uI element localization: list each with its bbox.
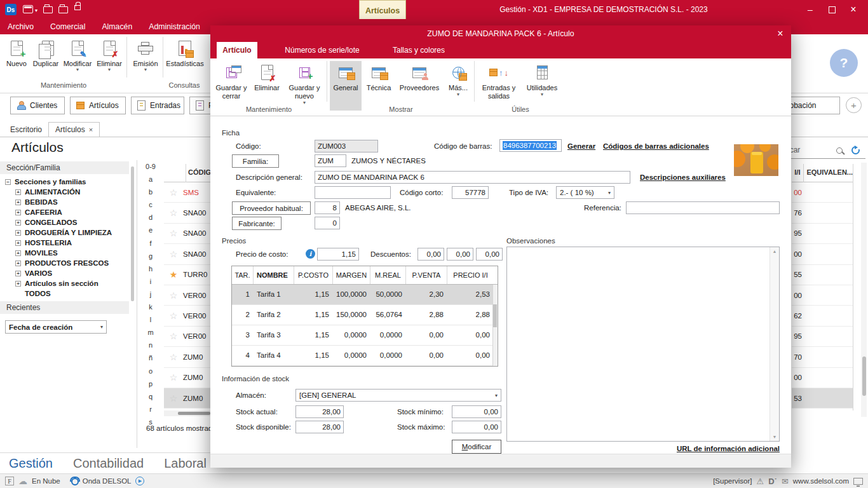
add-quick-button-icon[interactable]: [846, 97, 862, 113]
tree-item-cafeeria[interactable]: CAFEERIA: [5, 207, 130, 217]
tab-escritorio[interactable]: Escritorio: [4, 122, 48, 137]
dialog-eliminar-button[interactable]: Eliminar: [251, 61, 283, 92]
descripcion-field[interactable]: ZUMO DE MANDARINA PACK 6: [315, 171, 630, 184]
calendar-dropdown-icon[interactable]: ▾: [35, 8, 37, 13]
descuento-2-field[interactable]: 0,00: [447, 248, 473, 261]
alpha-item[interactable]: k: [149, 303, 153, 316]
equivalente-field[interactable]: [315, 186, 391, 199]
search-icon[interactable]: [836, 147, 843, 154]
familia-button[interactable]: Familia:: [232, 154, 279, 168]
warning-icon[interactable]: [757, 477, 764, 486]
star-icon[interactable]: [164, 249, 183, 259]
star-icon[interactable]: [164, 228, 183, 238]
expand-icon[interactable]: [15, 261, 21, 266]
dialog-tab-tallas-colores[interactable]: Tallas y colores: [381, 42, 457, 58]
tree-scrollbar[interactable]: [131, 166, 134, 301]
list-item[interactable]: 55: [792, 265, 853, 285]
star-icon[interactable]: [164, 393, 183, 403]
table-row[interactable]: 2 Tarifa 2 1,15 150,0000 56,0764 2,88 2,…: [232, 305, 498, 325]
star-icon[interactable]: [164, 269, 183, 280]
alpha-item[interactable]: b: [149, 188, 153, 201]
modificar-dropdown-icon[interactable]: [76, 67, 79, 72]
proveedor-habitual-button[interactable]: Proveedor habitual:: [232, 201, 311, 215]
table-row[interactable]: 3 Tarifa 3 1,15 0,0000 0,0000 0,00 0,00: [232, 325, 498, 346]
expand-icon[interactable]: [15, 189, 21, 195]
menu-comercial[interactable]: Comercial: [50, 22, 85, 31]
expand-icon[interactable]: [15, 250, 21, 256]
tab-articulos[interactable]: Artículos: [48, 122, 100, 137]
list-item[interactable]: 00: [792, 368, 853, 388]
list-item[interactable]: ZUM0: [164, 368, 210, 388]
expand-icon[interactable]: [15, 200, 21, 205]
delsol-logo-icon[interactable]: [5, 4, 17, 15]
tecnica-button[interactable]: Técnica: [363, 61, 395, 92]
tab-close-icon[interactable]: [89, 126, 93, 133]
table-scrollbar[interactable]: [492, 285, 498, 366]
precio-ii-header[interactable]: I/I: [792, 168, 800, 176]
list-item[interactable]: VER00: [164, 327, 210, 347]
star-icon[interactable]: [164, 311, 183, 321]
equivalente-header[interactable]: EQUIVALEN...: [806, 168, 853, 176]
expand-icon[interactable]: [15, 220, 21, 226]
entradas-salidas-button[interactable]: Entradas y salidas: [478, 61, 519, 100]
expand-icon[interactable]: [15, 230, 21, 236]
descuento-3-field[interactable]: 0,00: [476, 248, 503, 261]
envelope-icon[interactable]: [782, 477, 789, 486]
facebook-icon[interactable]: [5, 477, 14, 485]
stock-minimo-field[interactable]: 0,00: [452, 405, 501, 418]
mas-dropdown-icon[interactable]: [457, 92, 459, 97]
general-button[interactable]: General: [330, 61, 362, 111]
list-item[interactable]: SMS: [164, 182, 210, 203]
onda-delsol-label[interactable]: Onda DELSOL: [83, 477, 132, 485]
list-item[interactable]: ZUM0: [164, 347, 210, 367]
orden-dropdown[interactable]: Fecha de creación: [5, 320, 107, 334]
descripciones-auxiliares-link[interactable]: Descripciones auxiliares: [640, 173, 726, 181]
monitor-icon[interactable]: [853, 478, 863, 485]
tree-item-congelados[interactable]: CONGELADOS: [5, 217, 130, 227]
codigo-corto-field[interactable]: 57778: [452, 186, 489, 199]
minimize-button[interactable]: [802, 3, 818, 17]
list-item[interactable]: SNA00: [164, 224, 210, 244]
tree-item-todos[interactable]: TODOS: [5, 288, 130, 299]
textarea-scrollbar[interactable]: ▲▼: [770, 247, 779, 441]
codigo-field[interactable]: ZUM003: [315, 140, 378, 152]
alpha-item[interactable]: q: [149, 393, 153, 405]
menu-administracion[interactable]: Administración: [149, 22, 200, 31]
tree-item-drogueria[interactable]: DROGUERÍA Y LIMPIEZA: [5, 227, 130, 238]
expand-icon[interactable]: [15, 210, 21, 215]
precio-costo-field[interactable]: 1,15: [317, 248, 359, 261]
menu-archivo[interactable]: Archivo: [8, 22, 34, 31]
codigo-barras-field[interactable]: 8496387700213: [499, 139, 562, 152]
stock-disponible-field[interactable]: 28,00: [295, 421, 344, 433]
list-item[interactable]: VER00: [164, 306, 210, 326]
tipo-iva-select[interactable]: 2.- ( 10 %): [556, 186, 614, 199]
list-header-codigo[interactable]: CÓDIGO: [164, 163, 210, 182]
utilidades-dropdown-icon[interactable]: [541, 92, 543, 97]
star-icon[interactable]: [164, 290, 183, 301]
duplicar-button[interactable]: Duplicar: [31, 37, 61, 67]
expand-icon[interactable]: [15, 271, 21, 276]
list-item[interactable]: SNA00: [164, 203, 210, 223]
alpha-item[interactable]: e: [149, 226, 153, 239]
maximize-button[interactable]: [824, 3, 840, 17]
alpha-item[interactable]: 0-9: [146, 163, 156, 175]
emision-dropdown-icon[interactable]: [144, 67, 147, 72]
alpha-item[interactable]: r: [149, 405, 152, 418]
list-item[interactable]: TURR0: [164, 265, 210, 285]
list-item[interactable]: 00: [792, 244, 853, 264]
folder-back-icon[interactable]: [43, 5, 53, 13]
calendar-icon[interactable]: [23, 5, 33, 13]
fabricante-button[interactable]: Fabricante:: [232, 217, 281, 230]
en-nube-label[interactable]: En Nube: [32, 477, 60, 485]
url-informacion-adicional-link[interactable]: URL de información adicional: [630, 445, 780, 452]
alpha-item[interactable]: o: [149, 367, 153, 380]
utilidades-button[interactable]: Utilidades: [522, 61, 562, 97]
list-item-selected[interactable]: 53: [792, 388, 853, 409]
scroll-down-icon[interactable]: ▼: [773, 435, 777, 439]
alpha-item[interactable]: g: [149, 252, 153, 265]
list-item[interactable]: 70: [792, 347, 853, 367]
alpha-item[interactable]: m: [147, 329, 153, 341]
modificar-button[interactable]: Modificar: [61, 37, 94, 72]
list-item[interactable]: 00: [792, 182, 853, 203]
list-item[interactable]: 76: [792, 203, 853, 223]
